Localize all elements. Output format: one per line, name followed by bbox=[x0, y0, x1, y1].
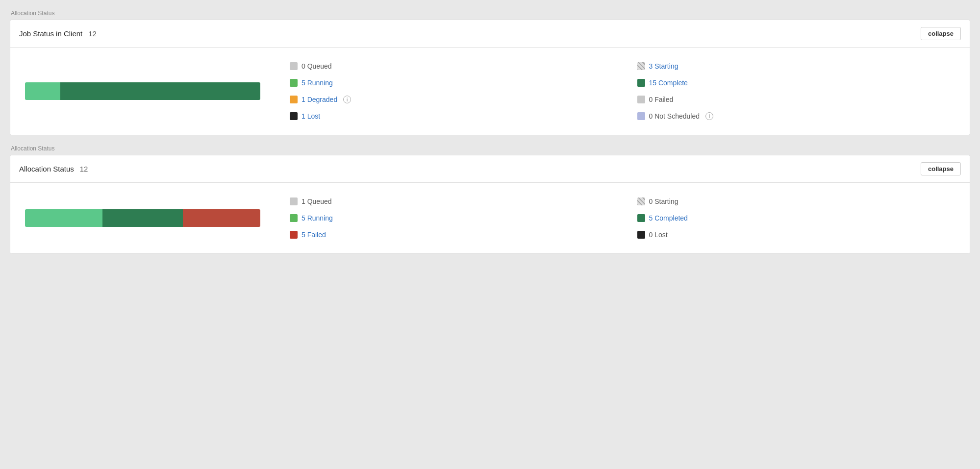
legend2-item-failed: 5 Failed bbox=[290, 231, 608, 239]
running2-swatch bbox=[290, 214, 298, 222]
panel1-bar-segment-1 bbox=[25, 82, 60, 100]
legend-item-not-scheduled: 0 Not Scheduled i bbox=[637, 112, 955, 120]
panel1-section-label: Allocation Status bbox=[10, 10, 970, 17]
panel1-collapse-button[interactable]: collapse bbox=[921, 27, 961, 40]
legend2-item-starting: 0 Starting bbox=[637, 197, 955, 205]
legend2-item-completed: 5 Completed bbox=[637, 214, 955, 222]
panel2-bar-container bbox=[25, 209, 260, 227]
panel2-count: 12 bbox=[80, 165, 88, 173]
panel1-wrapper: Allocation Status Job Status in Client 1… bbox=[10, 10, 970, 135]
panel2-section-label: Allocation Status bbox=[10, 145, 970, 152]
degraded-swatch bbox=[290, 96, 298, 103]
legend-item-queued: 0 Queued bbox=[290, 62, 608, 70]
panel1-bar-container bbox=[25, 82, 260, 100]
running-swatch bbox=[290, 79, 298, 87]
legend-item-degraded: 1 Degraded i bbox=[290, 96, 608, 103]
starting-swatch bbox=[637, 62, 645, 70]
panel2-progress-bar bbox=[25, 209, 260, 227]
panel2-title-group: Allocation Status 12 bbox=[19, 165, 88, 173]
panel2-header: Allocation Status 12 collapse bbox=[10, 155, 970, 183]
panel1-header: Job Status in Client 12 collapse bbox=[10, 20, 970, 48]
complete-swatch bbox=[637, 79, 645, 87]
queued2-swatch bbox=[290, 197, 298, 205]
panel1-card: Job Status in Client 12 collapse 0 Qu bbox=[10, 20, 970, 135]
panel2-bar-segment-2 bbox=[102, 209, 182, 227]
running2-link[interactable]: 5 Running bbox=[302, 214, 333, 222]
failed-swatch bbox=[637, 96, 645, 103]
panel2-wrapper: Allocation Status Allocation Status 12 c… bbox=[10, 145, 970, 254]
panel2-collapse-button[interactable]: collapse bbox=[921, 162, 961, 175]
lost2-label: 0 Lost bbox=[649, 231, 668, 239]
completed2-swatch bbox=[637, 214, 645, 222]
panel2-bar-segment-3 bbox=[183, 209, 260, 227]
not-scheduled-label: 0 Not Scheduled bbox=[649, 112, 700, 120]
panel1-bar-segment-2 bbox=[60, 82, 260, 100]
legend2-item-running: 5 Running bbox=[290, 214, 608, 222]
complete-link[interactable]: 15 Complete bbox=[649, 79, 688, 87]
queued2-label: 1 Queued bbox=[302, 197, 332, 205]
failed-label: 0 Failed bbox=[649, 96, 674, 103]
panel1-progress-bar bbox=[25, 82, 260, 100]
queued-label: 0 Queued bbox=[302, 62, 332, 70]
starting2-label: 0 Starting bbox=[649, 197, 678, 205]
panel2-bar-segment-1 bbox=[25, 209, 102, 227]
completed2-link[interactable]: 5 Completed bbox=[649, 214, 688, 222]
lost-link[interactable]: 1 Lost bbox=[302, 112, 320, 120]
legend2-item-queued: 1 Queued bbox=[290, 197, 608, 205]
panel1-count: 12 bbox=[88, 29, 97, 38]
legend-item-lost: 1 Lost bbox=[290, 112, 608, 120]
lost-swatch bbox=[290, 112, 298, 120]
not-scheduled-swatch bbox=[637, 112, 645, 120]
legend-item-running: 5 Running bbox=[290, 79, 608, 87]
panel2-title: Allocation Status bbox=[19, 165, 74, 173]
legend-item-complete: 15 Complete bbox=[637, 79, 955, 87]
panel1-title-group: Job Status in Client 12 bbox=[19, 29, 97, 38]
degraded-link[interactable]: 1 Degraded bbox=[302, 96, 337, 103]
starting2-swatch bbox=[637, 197, 645, 205]
panel1-body: 0 Queued 3 Starting 5 Running 15 Complet… bbox=[10, 48, 970, 135]
legend2-item-lost: 0 Lost bbox=[637, 231, 955, 239]
lost2-swatch bbox=[637, 231, 645, 239]
page-container: Allocation Status Job Status in Client 1… bbox=[10, 10, 970, 254]
panel2-legend: 1 Queued 0 Starting 5 Running 5 Complete… bbox=[290, 197, 955, 239]
running-link[interactable]: 5 Running bbox=[302, 79, 333, 87]
legend-item-failed: 0 Failed bbox=[637, 96, 955, 103]
degraded-info-icon[interactable]: i bbox=[343, 96, 351, 103]
queued-swatch bbox=[290, 62, 298, 70]
failed2-swatch bbox=[290, 231, 298, 239]
starting-link[interactable]: 3 Starting bbox=[649, 62, 678, 70]
panel2-body: 1 Queued 0 Starting 5 Running 5 Complete… bbox=[10, 183, 970, 253]
not-scheduled-info-icon[interactable]: i bbox=[705, 112, 713, 120]
legend-item-starting: 3 Starting bbox=[637, 62, 955, 70]
panel2-card: Allocation Status 12 collapse bbox=[10, 155, 970, 254]
panel1-title: Job Status in Client bbox=[19, 29, 82, 38]
failed2-link[interactable]: 5 Failed bbox=[302, 231, 326, 239]
panel1-legend: 0 Queued 3 Starting 5 Running 15 Complet… bbox=[290, 62, 955, 120]
